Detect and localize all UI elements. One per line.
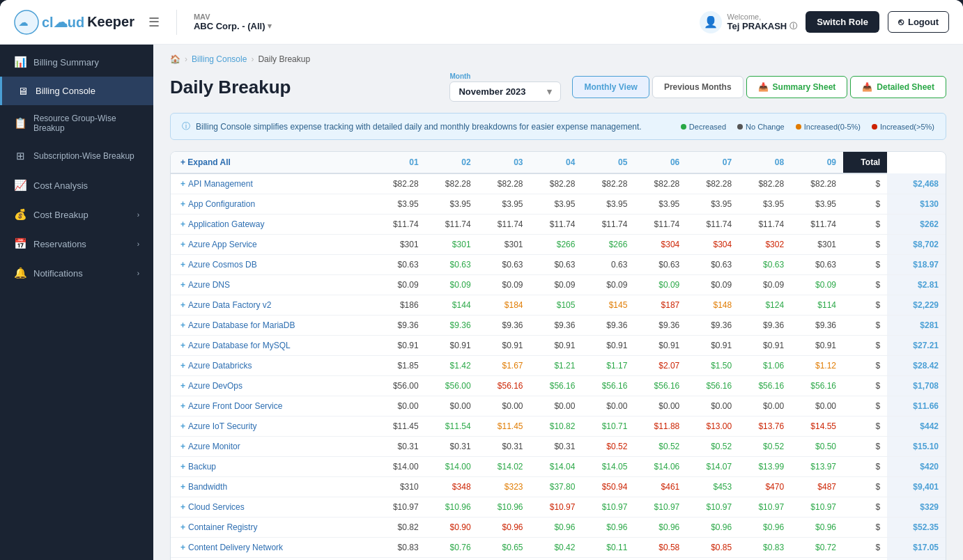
table-row: +Azure Data Factory v2$186$144$184$105$1… (171, 295, 946, 316)
sidebar-item-label: Cost Breakup (33, 210, 88, 220)
breadcrumb-billing-console[interactable]: Billing Console (192, 54, 247, 64)
table-cell-8: $0.63 (791, 255, 843, 275)
row-expand-icon[interactable]: + (180, 522, 185, 532)
table-cell-6: $13.00 (686, 417, 739, 437)
row-expand-icon[interactable]: + (180, 401, 185, 411)
table-cell-6: $56.16 (686, 376, 739, 396)
row-name: Azure DevOps (188, 381, 242, 391)
row-expand-icon[interactable]: + (180, 442, 185, 451)
row-name: API Management (188, 179, 253, 189)
legend: Decreased No Change Increased(0-5%) Incr… (681, 123, 934, 131)
table-cell-9: $ (843, 538, 887, 558)
table-cell-name: +Bandwidth (171, 477, 373, 497)
table-cell-4: 0.63 (582, 255, 634, 275)
table-row: +Bandwidth$310$348$323$37.80$50.94$461$4… (171, 477, 946, 497)
table-row: +Container Registry$0.82$0.90$0.96$0.96$… (171, 518, 946, 538)
table-cell-0: $11.74 (373, 215, 426, 235)
row-expand-icon[interactable]: + (180, 320, 185, 330)
table-cell-2: $11.45 (478, 417, 530, 437)
org-selector[interactable]: MAV ABC Corp. - (All) ▾ (194, 13, 272, 31)
table-cell-1: $144 (426, 295, 478, 316)
row-expand-icon[interactable]: + (180, 199, 185, 209)
sidebar-item-subscription[interactable]: ⊞ Subscription-Wise Breakup (0, 141, 153, 171)
page-title: Daily Breakup (170, 77, 438, 98)
row-expand-icon[interactable]: + (180, 300, 185, 310)
table-cell-3: $0.42 (530, 538, 582, 558)
table-cell-3: $0.91 (530, 336, 582, 356)
table-header-row: + Expand All 01 02 03 04 05 06 07 08 09 … (171, 152, 946, 173)
table-cell-6: $9.36 (686, 316, 739, 336)
month-dropdown[interactable]: November 2023 ▾ (449, 81, 561, 102)
table-row: +Azure App Service$301$301$301$266$266$3… (171, 235, 946, 255)
row-expand-icon[interactable]: + (180, 280, 185, 290)
table-cell-5: $11.74 (634, 215, 686, 235)
sidebar-item-cost-breakup[interactable]: 💰 Cost Breakup › (0, 200, 153, 229)
table-cell-9: $ (843, 396, 887, 417)
table-cell-2: $323 (478, 477, 530, 497)
table-cell-2: $0.96 (478, 518, 530, 538)
table-cell-7: $0.63 (739, 255, 791, 275)
row-expand-icon[interactable]: + (180, 462, 185, 472)
table-cell-name: +Azure Cosmos DB (171, 255, 373, 275)
row-expand-icon[interactable]: + (180, 260, 185, 270)
tab-summary-sheet[interactable]: 📥 Summary Sheet (746, 76, 848, 98)
info-banner-content: ⓘ Billing Console simplifies expense tra… (182, 120, 642, 132)
legend-label-no-change: No Change (746, 123, 785, 131)
sidebar-item-billing-summary[interactable]: 📊 Billing Summary (0, 47, 153, 77)
row-name: Bandwidth (188, 482, 227, 492)
page-header: Daily Breakup Month November 2023 ▾ Mont… (153, 70, 963, 113)
table-cell-9: $ (843, 336, 887, 356)
table-cell-6: $0.91 (686, 336, 739, 356)
breadcrumb-home[interactable]: 🏠 (170, 54, 180, 64)
sidebar-item-notifications[interactable]: 🔔 Notifications › (0, 258, 153, 288)
row-expand-icon[interactable]: + (180, 502, 185, 512)
row-expand-icon[interactable]: + (180, 219, 185, 229)
col-header-08: 08 (739, 152, 791, 173)
table-row: +Application Gateway$11.74$11.74$11.74$1… (171, 215, 946, 235)
table-cell-total: $18.97 (887, 255, 946, 275)
table-cell-1: $1.42 (426, 356, 478, 376)
hamburger-menu[interactable]: ☰ (148, 15, 160, 30)
tab-previous-months[interactable]: Previous Months (652, 76, 744, 98)
row-expand-icon[interactable]: + (180, 543, 185, 552)
sidebar-item-resource-group[interactable]: 📋 Resource Group-Wise Breakup (0, 105, 153, 141)
table-cell-7: $0.52 (739, 437, 791, 457)
row-expand-icon[interactable]: + (180, 482, 185, 492)
expand-all-button[interactable]: + Expand All (180, 157, 367, 167)
tab-detailed-sheet[interactable]: 📥 Detailed Sheet (850, 76, 946, 98)
breadcrumb-sep2: › (251, 54, 254, 64)
row-expand-icon[interactable]: + (180, 341, 185, 350)
table-cell-3: $0.00 (530, 396, 582, 417)
table-cell-4: $266 (582, 235, 634, 255)
row-expand-icon[interactable]: + (180, 179, 185, 189)
row-expand-icon[interactable]: + (180, 361, 185, 371)
tab-monthly-view[interactable]: Monthly View (572, 76, 649, 98)
table-cell-8: $10.97 (791, 497, 843, 518)
table-cell-9: $ (843, 376, 887, 396)
col-header-01: 01 (373, 152, 426, 173)
table-cell-7: $124 (739, 295, 791, 316)
table-cell-1: $82.28 (426, 173, 478, 194)
table-cell-1: $11.54 (426, 417, 478, 437)
sidebar-item-cost-analysis[interactable]: 📈 Cost Analysis (0, 171, 153, 200)
table-cell-1: $11.74 (426, 215, 478, 235)
cost-analysis-icon: 📈 (14, 179, 26, 192)
row-name: Cloud Services (188, 502, 245, 512)
table-cell-9: $ (843, 417, 887, 437)
table-cell-1: $0.09 (426, 275, 478, 295)
sidebar-item-billing-console[interactable]: 🖥 Billing Console (0, 77, 153, 105)
logout-button[interactable]: ⎋ Logout (888, 11, 949, 33)
row-expand-icon[interactable]: + (180, 421, 185, 431)
table-cell-total: $262 (887, 215, 946, 235)
table-cell-4: $0.09 (582, 275, 634, 295)
sidebar-item-reservations[interactable]: 📅 Reservations › (0, 229, 153, 258)
logo-icon: ☁ (14, 10, 39, 35)
row-expand-icon[interactable]: + (180, 240, 185, 249)
table-cell-total: $11.66 (887, 396, 946, 417)
reservations-arrow: › (137, 240, 139, 248)
switch-role-button[interactable]: Switch Role (806, 11, 879, 33)
table-cell-total: $52.35 (887, 518, 946, 538)
table-cell-5: $0.91 (634, 336, 686, 356)
row-expand-icon[interactable]: + (180, 381, 185, 391)
table-cell-9: $ (843, 295, 887, 316)
